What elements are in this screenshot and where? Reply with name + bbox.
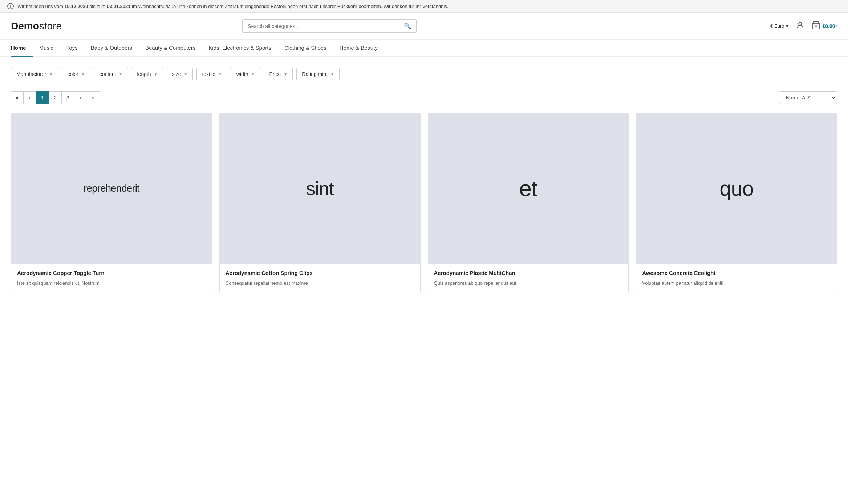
filter-width-label: width	[236, 71, 248, 77]
product-card[interactable]: sint Aerodynamic Cotton Spring Clips Con…	[219, 113, 421, 293]
chevron-down-icon: ▼	[154, 72, 158, 76]
cart-price: €0.00*	[823, 23, 837, 29]
product-name: Awesome Concrete Ecolight	[642, 269, 831, 277]
filter-textile[interactable]: textile ▼	[196, 68, 227, 80]
nav-item-music[interactable]: Music	[33, 40, 60, 57]
nav-item-toys[interactable]: Toys	[60, 40, 84, 57]
filter-length[interactable]: length ▼	[132, 68, 163, 80]
product-card[interactable]: quo Awesome Concrete Ecolight Voluptas a…	[636, 113, 837, 293]
announcement-bar: i Wir befinden uns vom 19.12.2020 bis zu…	[0, 0, 848, 13]
filter-content-label: content	[100, 71, 116, 77]
cart-button[interactable]: €0.00*	[812, 21, 837, 31]
svg-point-0	[799, 22, 802, 25]
product-name: Aerodynamic Cotton Spring Clips	[226, 269, 414, 277]
product-description: Iste sit quisquam reiciendis ut. Nostrum	[17, 280, 206, 286]
product-image-text: et	[519, 175, 537, 201]
filter-color[interactable]: color ▼	[62, 68, 90, 80]
nav-item-home[interactable]: Home	[11, 40, 33, 57]
chevron-down-icon: ▼	[119, 72, 123, 76]
nav-item-baby-outdoors[interactable]: Baby & Outdoors	[84, 40, 139, 57]
chevron-down-icon: ▼	[218, 72, 222, 76]
product-description: Quis asperiores ab quo repellendus aut.	[434, 280, 623, 286]
filter-rating[interactable]: Rating min. ▼	[296, 68, 340, 80]
filter-manufacturer[interactable]: Manufacturer ▼	[11, 68, 58, 80]
chevron-down-icon: ▼	[184, 72, 187, 76]
search-input[interactable]	[248, 23, 404, 29]
page-last-button[interactable]: »	[87, 91, 100, 104]
chevron-down-icon: ▼	[81, 72, 85, 76]
filter-price[interactable]: Price ▼	[264, 68, 293, 80]
product-card[interactable]: et Aerodynamic Plastic MultiChan Quis as…	[428, 113, 629, 293]
filter-color-label: color	[67, 71, 78, 77]
product-info: Aerodynamic Cotton Spring Clips Consequa…	[220, 264, 420, 293]
currency-selector[interactable]: € Euro ▾	[770, 23, 788, 29]
product-description: Voluptas autem pariatur aliquid deleniti	[642, 280, 831, 286]
page-3-button[interactable]: 3	[61, 91, 74, 104]
filter-content[interactable]: content ▼	[94, 68, 128, 80]
announcement-text: Wir befinden uns vom 19.12.2020 bis zum …	[17, 4, 448, 9]
product-image: et	[428, 113, 629, 264]
product-info: Aerodynamic Copper Toggle Turn Iste sit …	[11, 264, 212, 293]
chevron-down-icon: ▼	[251, 72, 255, 76]
page-2-button[interactable]: 2	[49, 91, 62, 104]
account-icon	[796, 21, 804, 32]
search-button[interactable]: 🔍	[404, 23, 411, 29]
filter-size-label: size	[172, 71, 181, 77]
logo[interactable]: Demostore	[11, 20, 62, 32]
product-grid: reprehenderit Aerodynamic Copper Toggle …	[11, 113, 837, 293]
filter-size[interactable]: size ▼	[167, 68, 193, 80]
product-info: Aerodynamic Plastic MultiChan Quis asper…	[428, 264, 629, 293]
product-image: sint	[220, 113, 420, 264]
filter-length-label: length	[137, 71, 151, 77]
chevron-down-icon: ▼	[49, 72, 53, 76]
account-button[interactable]	[796, 21, 804, 32]
product-image-text: quo	[719, 176, 754, 200]
product-name: Aerodynamic Plastic MultiChan	[434, 269, 623, 277]
filter-manufacturer-label: Manufacturer	[16, 71, 46, 77]
product-name: Aerodynamic Copper Toggle Turn	[17, 269, 206, 277]
page-prev-button[interactable]: ‹	[23, 91, 36, 104]
page-first-button[interactable]: «	[11, 91, 24, 104]
pagination: « ‹ 1 2 3 › »	[11, 91, 100, 104]
cart-icon	[812, 21, 820, 31]
filter-price-label: Price	[269, 71, 281, 77]
main-nav: Home Music Toys Baby & Outdoors Beauty &…	[0, 40, 848, 57]
chevron-down-icon: ▼	[284, 72, 287, 76]
logo-bold: Demo	[11, 20, 39, 32]
product-description: Consequatur repellat nemo est maxime	[226, 280, 414, 286]
filter-width[interactable]: width ▼	[231, 68, 260, 80]
product-image: quo	[636, 113, 837, 264]
nav-item-home-beauty[interactable]: Home & Beauty	[333, 40, 384, 57]
currency-chevron-icon: ▾	[786, 23, 788, 29]
nav-item-beauty-computers[interactable]: Beauty & Computers	[139, 40, 202, 57]
nav-item-clothing-shoes[interactable]: Clothing & Shoes	[278, 40, 333, 57]
product-info: Awesome Concrete Ecolight Voluptas autem…	[636, 264, 837, 293]
product-card[interactable]: reprehenderit Aerodynamic Copper Toggle …	[11, 113, 212, 293]
product-image-text: sint	[306, 178, 334, 199]
pagination-sort-row: « ‹ 1 2 3 › » Name, A-Z Name, Z-A Price,…	[11, 91, 837, 104]
logo-light: store	[39, 20, 62, 32]
filter-textile-label: textile	[202, 71, 215, 77]
info-icon: i	[7, 3, 14, 9]
page-1-button[interactable]: 1	[36, 91, 49, 104]
search-bar: 🔍	[242, 19, 417, 33]
nav-item-kids-electronics[interactable]: Kids, Electronics & Sports	[202, 40, 278, 57]
filters-row: Manufacturer ▼ color ▼ content ▼ length …	[11, 68, 837, 80]
chevron-down-icon: ▼	[330, 72, 334, 76]
product-image-text: reprehenderit	[84, 183, 139, 194]
header: Demostore 🔍 € Euro ▾	[0, 13, 848, 40]
main-content: Manufacturer ▼ color ▼ content ▼ length …	[0, 57, 848, 304]
header-actions: € Euro ▾ €0.00*	[770, 21, 837, 32]
search-icon: 🔍	[404, 23, 411, 29]
currency-label: € Euro	[770, 23, 784, 29]
product-image: reprehenderit	[11, 113, 212, 264]
filter-rating-label: Rating min.	[302, 71, 328, 77]
page-next-button[interactable]: ›	[74, 91, 87, 104]
sort-select[interactable]: Name, A-Z Name, Z-A Price, low to high P…	[779, 91, 837, 104]
